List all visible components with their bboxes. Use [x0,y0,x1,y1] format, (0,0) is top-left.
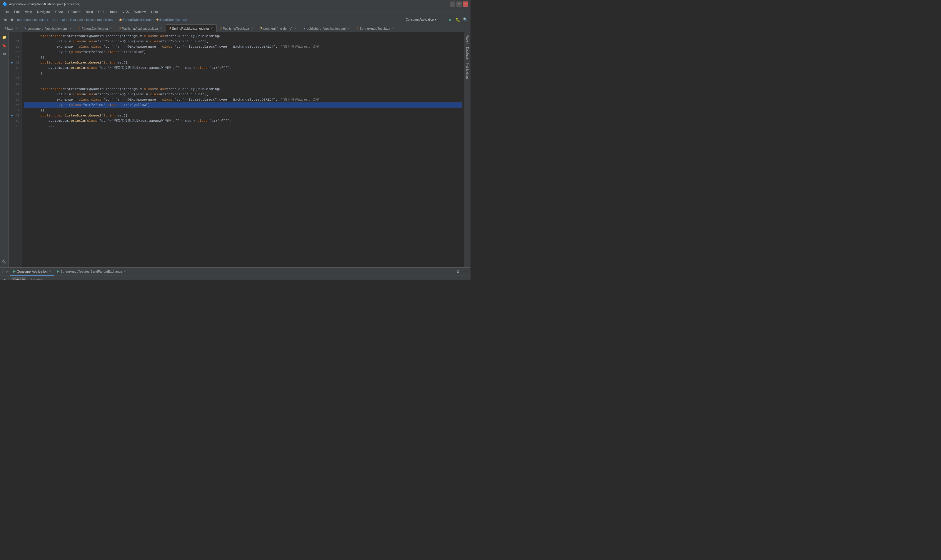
file-tab-close-6[interactable]: ✕ [294,26,297,30]
debug-button[interactable]: 🐛 [455,17,461,23]
breadcrumb-consumer[interactable]: consumer [34,18,48,22]
breadcrumb-java[interactable]: java [70,18,76,22]
breadcrumb-mqdemo[interactable]: mq-demo [17,18,31,22]
run-minimize-button[interactable]: — [462,269,468,275]
line-number: 69 [9,118,19,123]
code-line: System.out.println(class="str">"消费者接收到di… [24,65,462,71]
menu-item-vcs[interactable]: VCS [120,9,131,14]
menu-item-refactor[interactable]: Refactor [66,9,83,14]
file-tab-close-1[interactable]: ✕ [69,26,72,30]
code-line: System.out.println(class="str">"消费者接收到di… [24,118,462,123]
right-sidebar: Maven Database Notifications [464,32,470,267]
code-area: 5354555657▶ 58596061626364656667▶ 686970… [9,32,464,267]
close-button[interactable]: ✕ [463,2,468,7]
file-tab-close-5[interactable]: ✕ [250,26,254,30]
breadcrumb-listener[interactable]: listener [105,18,115,22]
breadcrumb-cn[interactable]: cn [79,18,83,22]
run-tab-springamqp-close[interactable]: ✕ [123,270,126,273]
line-number: 66 [9,102,19,108]
file-tab-close-4[interactable]: ✕ [210,26,214,30]
line-number: 64 [9,92,19,97]
breadcrumb-main[interactable]: main [59,18,66,22]
forward-button[interactable]: ▶ [9,17,16,23]
minimize-button[interactable]: – [450,2,455,7]
code-line: exchange = class=class="str">"ann">@Exch… [24,44,462,49]
file-tab-1[interactable]: Yconsumer\...\application.yml✕ [21,25,75,32]
code-line: )) [24,55,462,60]
notifications-panel-label[interactable]: Notifications [465,62,470,81]
database-panel-label[interactable]: Database [465,45,470,62]
run-settings-button[interactable]: ⚙ [455,269,461,275]
run-tab-springamqp[interactable]: ▶ SpringAmqpTest.testSendFanoutExchange … [54,268,129,276]
file-tab-8[interactable]: JSpringAmqpTest.java✕ [354,25,398,32]
back-button[interactable]: ◀ [2,17,8,23]
breadcrumb-mq[interactable]: mq [97,18,101,22]
file-tab-close-0[interactable]: ✕ [14,26,18,30]
menu-item-code[interactable]: Code [53,9,65,14]
breadcrumb-itcast[interactable]: itcast [86,18,94,22]
menu-item-help[interactable]: Help [149,9,160,14]
code-content[interactable]: class=class="str">"ann">@RabbitListener(… [22,32,464,267]
file-tab-4[interactable]: JSpringRabbitListener.java✕ [166,25,217,32]
file-tab-close-3[interactable]: ✕ [159,26,163,30]
menu-item-run[interactable]: Run [96,9,106,14]
menu-item-tools[interactable]: Tools [107,9,119,14]
file-tab-icon-8: J [357,27,358,30]
title-bar-left: 🔷 mq-demo – SpringRabbitListener.java [c… [2,2,80,6]
code-line: ... [24,123,462,129]
title-bar: 🔷 mq-demo – SpringRabbitListener.java [c… [0,0,470,8]
menu-item-build[interactable]: Build [83,9,95,14]
file-tab-5[interactable]: JPublisherTest.java✕ [217,25,257,32]
sidebar-project-icon[interactable]: 📁 [1,34,8,41]
line-number: 63 [9,86,19,92]
file-tab-0[interactable]: Jjava✕ [1,25,21,32]
sidebar-structure-icon[interactable]: ⊞ [1,50,8,58]
line-number: 57 [9,55,19,60]
menu-item-file[interactable]: File [1,9,11,14]
file-tab-7[interactable]: Ypublisher\...\application.yml✕ [300,25,354,32]
line-number: 67 [9,108,19,113]
menu-bar: FileEditViewNavigateCodeRefactorBuildRun… [0,8,470,15]
title-bar-controls: – □ ✕ [450,2,468,7]
maven-panel-label[interactable]: Maven [465,33,470,45]
run-tab-consumer-close[interactable]: ✕ [49,270,51,273]
breadcrumb-class[interactable]: ◉ SpringRabbitListener [119,18,153,22]
menu-item-view[interactable]: View [23,9,34,14]
file-tab-close-7[interactable]: ✕ [347,26,350,30]
line-number: ▶ 58 [9,60,19,65]
file-tab-3[interactable]: JPublisherApplication.java✕ [116,25,166,32]
run-tabs: Run: ▶ ConsumerApplication ✕ ▶ SpringAmq… [0,268,470,276]
code-line: exchange = class=class="str">"ann">@Exch… [24,97,462,102]
line-number: ▶ 68 [9,113,19,118]
run-tab-consumer[interactable]: ▶ ConsumerApplication ✕ [10,268,54,276]
file-tab-icon-3: J [119,27,121,30]
line-number: 59 [9,65,19,71]
sidebar-bookmarks-icon[interactable]: 🔖 [1,42,8,49]
search-everywhere-button[interactable]: 🔍 [462,17,469,23]
run-button[interactable]: ▶ [447,17,454,23]
toolbar: ◀ ▶ mq-demo › consumer › src › main › ja… [0,15,470,24]
code-line: value = class=class="str">"ann">@Queue(n… [24,92,462,97]
code-line: value = class=class="str">"ann">@Queue(n… [24,39,462,44]
maximize-button[interactable]: □ [457,2,462,7]
code-line: class=class="str">"ann">@RabbitListener(… [24,34,462,39]
run-tab-actions: ⚙ — [455,269,468,275]
file-tab-close-8[interactable]: ✕ [391,26,395,30]
breadcrumb-src[interactable]: src [52,18,56,22]
code-line [24,76,462,81]
file-tab-2[interactable]: JFanoutConfig.java✕ [75,25,116,32]
rerun-button[interactable]: ↺ [1,277,8,280]
run-config-dropdown[interactable]: ConsumerApplication ▾ [404,17,446,23]
menu-item-edit[interactable]: Edit [12,9,22,14]
line-numbers: 5354555657▶ 58596061626364656667▶ 686970 [9,32,22,267]
breadcrumb-method[interactable]: ⊕ listenDirectQueue2 [156,18,187,22]
file-tab-6[interactable]: Xpom.xml (mq-demo)✕ [257,25,300,32]
title-bar-title: mq-demo – SpringRabbitListener.java [con… [9,2,80,6]
console-tab-console[interactable]: Console [11,277,26,280]
file-tab-close-2[interactable]: ✕ [109,26,113,30]
menu-item-window[interactable]: Window [132,9,148,14]
sidebar-plugin-icon[interactable]: 🔌 [1,258,8,266]
menu-item-navigate[interactable]: Navigate [35,9,52,14]
console-tab-actuator[interactable]: Actuator [29,277,45,280]
line-number: 56 [9,49,19,55]
